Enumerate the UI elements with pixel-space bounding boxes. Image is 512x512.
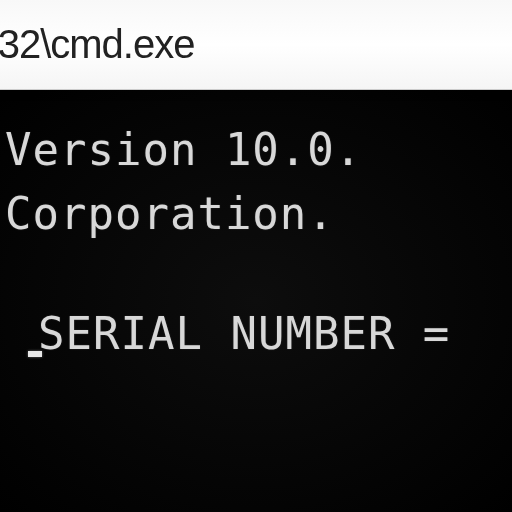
window-title-text: stem32\cmd.exe bbox=[0, 22, 194, 67]
terminal-cursor bbox=[28, 351, 42, 357]
terminal-output-line: SERIAL NUMBER = bbox=[38, 302, 512, 366]
terminal-output-text: SERIAL NUMBER = bbox=[38, 308, 450, 359]
terminal-output-line: ws [Version 10.0. bbox=[0, 118, 512, 182]
terminal-output-line: oft Corporation. bbox=[0, 182, 512, 246]
window-title-bar[interactable]: stem32\cmd.exe bbox=[0, 0, 512, 90]
terminal-body[interactable]: ws [Version 10.0. oft Corporation. SERIA… bbox=[0, 90, 512, 512]
